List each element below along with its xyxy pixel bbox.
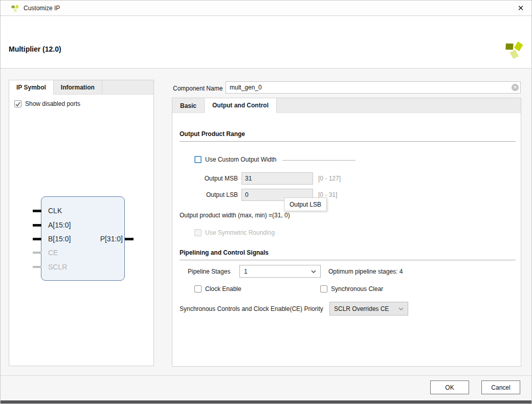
clock-enable-row: Clock Enable bbox=[194, 285, 241, 293]
port-label-a: A[15:0] bbox=[48, 221, 71, 229]
port-stub-a bbox=[33, 224, 41, 227]
output-msb-label-wrap: Output MSB bbox=[180, 172, 238, 185]
product-width-row: Output product width (max, min) = (31, 0… bbox=[180, 211, 290, 220]
port-label-p: P[31:0] bbox=[100, 235, 123, 243]
port-label-ce: CE bbox=[48, 249, 58, 257]
show-disabled-ports-checkbox[interactable] bbox=[14, 100, 21, 107]
port-label-b: B[15:0] bbox=[48, 235, 71, 243]
product-width-value: (31, 0) bbox=[272, 212, 290, 219]
close-icon[interactable]: ✕ bbox=[514, 2, 527, 14]
synchronous-clear-row: Synchronous Clear bbox=[320, 285, 383, 293]
section-divider bbox=[180, 141, 516, 142]
xilinx-logo-icon bbox=[504, 39, 524, 59]
pipeline-stages-select[interactable]: 1 bbox=[239, 265, 321, 278]
dialog-body: IP Symbol Information Show disabled port… bbox=[1, 69, 531, 375]
output-lsb-label-wrap: Output LSB bbox=[180, 189, 238, 201]
priority-label: Synchronous Controls and Clock Enable(CE… bbox=[180, 305, 323, 312]
group-divider bbox=[282, 160, 356, 161]
optimum-stages-wrap: Optimum pipeline stages: 4 bbox=[328, 267, 403, 276]
priority-label-wrap: Synchronous Controls and Clock Enable(CE… bbox=[180, 302, 323, 316]
pipelining-title: Pipelining and Control Signals bbox=[180, 249, 269, 256]
output-lsb-label: Output LSB bbox=[206, 191, 238, 198]
title-bar: Customize IP ✕ bbox=[1, 1, 531, 16]
dialog-footer: OK Cancel bbox=[1, 375, 531, 400]
port-label-clk: CLK bbox=[48, 207, 62, 215]
tooltip: Output LSB bbox=[284, 197, 327, 211]
optimum-stages-text: Optimum pipeline stages: 4 bbox=[328, 268, 403, 275]
port-stub-sclr bbox=[33, 266, 41, 268]
output-and-control-content: Output Product Range Use Custom Output W… bbox=[172, 113, 521, 366]
port-stub-b bbox=[33, 238, 41, 240]
use-symmetric-rounding-checkbox bbox=[194, 229, 202, 236]
product-width-text: Output product width (max, min) = bbox=[180, 212, 272, 219]
component-name-input[interactable] bbox=[226, 81, 521, 94]
port-stub-p bbox=[125, 238, 134, 240]
clear-input-icon[interactable]: ✕ bbox=[512, 84, 519, 91]
ip-symbol-panel: IP Symbol Information Show disabled port… bbox=[9, 80, 154, 366]
show-disabled-ports-label: Show disabled ports bbox=[25, 100, 80, 107]
chevron-down-icon bbox=[398, 307, 404, 310]
window-title: Customize IP bbox=[24, 5, 60, 12]
tab-output-and-control[interactable]: Output and Control bbox=[205, 98, 277, 113]
show-disabled-ports-row: Show disabled ports bbox=[14, 100, 80, 107]
tab-information[interactable]: Information bbox=[54, 80, 102, 95]
left-tab-strip: IP Symbol Information bbox=[9, 80, 153, 95]
clock-enable-checkbox[interactable] bbox=[194, 285, 202, 293]
tab-basic[interactable]: Basic bbox=[172, 98, 205, 113]
checkmark-icon bbox=[15, 101, 21, 107]
tab-ip-symbol[interactable]: IP Symbol bbox=[9, 80, 54, 95]
window-bottom-edge bbox=[1, 400, 531, 404]
port-stub-ce bbox=[33, 252, 41, 254]
output-product-range-title: Output Product Range bbox=[180, 130, 245, 138]
synchronous-clear-label: Synchronous Clear bbox=[331, 285, 383, 293]
component-name-label: Component Name bbox=[173, 85, 223, 92]
output-msb-label: Output MSB bbox=[205, 175, 238, 182]
priority-select[interactable]: SCLR Overrides CE bbox=[329, 302, 408, 316]
output-msb-range: [0 - 127] bbox=[318, 175, 341, 182]
pipeline-stages-label: Pipeline Stages bbox=[188, 268, 230, 275]
use-symmetric-rounding-row: Use Symmetric Rounding bbox=[194, 229, 275, 237]
chevron-down-icon bbox=[311, 270, 316, 273]
pipeline-stages-label-wrap: Pipeline Stages bbox=[188, 265, 230, 278]
dialog-header: Multiplier (12.0) i Documentation IP Loc… bbox=[1, 16, 531, 69]
section-divider bbox=[180, 260, 516, 260]
output-msb-input[interactable] bbox=[241, 172, 313, 185]
page-title: Multiplier (12.0) bbox=[9, 45, 61, 53]
xilinx-logo-icon bbox=[11, 4, 19, 12]
ok-button[interactable]: OK bbox=[430, 380, 469, 394]
configuration-panel: Basic Output and Control Output Product … bbox=[172, 98, 521, 367]
port-label-sclr: SCLR bbox=[48, 263, 67, 271]
cancel-button[interactable]: Cancel bbox=[481, 380, 520, 394]
customize-ip-dialog: Customize IP ✕ Multiplier (12.0) i Docum… bbox=[0, 0, 532, 404]
pipeline-stages-value: 1 bbox=[244, 268, 248, 275]
synchronous-clear-checkbox[interactable] bbox=[320, 285, 327, 293]
port-stub-clk bbox=[33, 210, 41, 212]
use-symmetric-rounding-label: Use Symmetric Rounding bbox=[205, 229, 275, 236]
priority-value: SCLR Overrides CE bbox=[334, 305, 389, 312]
config-tab-strip: Basic Output and Control bbox=[172, 98, 521, 113]
clock-enable-label: Clock Enable bbox=[205, 285, 241, 293]
